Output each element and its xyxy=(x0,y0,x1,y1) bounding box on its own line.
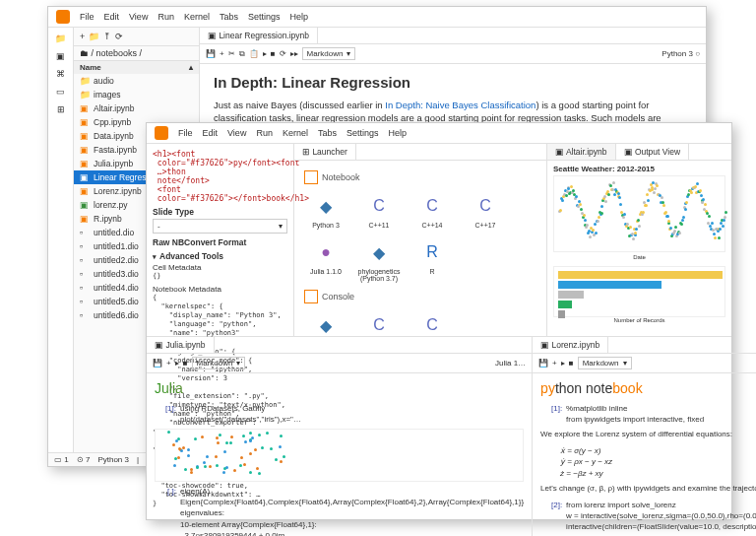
save-icon[interactable]: 💾 xyxy=(153,359,162,368)
file-item[interactable]: Altair.ipynb xyxy=(74,101,199,115)
menu-run[interactable]: Run xyxy=(158,12,174,22)
tab-altair[interactable]: ▣ Altair.ipynb xyxy=(547,144,616,160)
running-icon[interactable]: ▣ xyxy=(56,51,65,61)
cell-metadata[interactable]: {} xyxy=(153,272,287,281)
tab-julia[interactable]: ▣ Julia.ipynb xyxy=(147,337,215,353)
col-name[interactable]: Name xyxy=(80,63,101,72)
refresh-icon[interactable]: ⟳ xyxy=(115,32,123,41)
status-kernels: ⊙ 7 xyxy=(77,455,91,464)
file-name: untitled4.dio xyxy=(94,283,139,293)
celltype-select[interactable]: Markdown ▾ xyxy=(302,47,356,60)
kernel-indicator[interactable]: Python 3 ○ xyxy=(662,49,700,58)
restart-icon[interactable]: ⟳ xyxy=(280,49,286,58)
kernel-indicator[interactable]: Julia 1… xyxy=(495,359,526,368)
menu-view[interactable]: View xyxy=(227,128,246,138)
julia-eigen[interactable]: eigen(A) Eigen{Complex{Float64},Complex{… xyxy=(180,486,524,536)
link-naive-bayes[interactable]: In Depth: Naive Bayes Classification xyxy=(385,100,536,110)
menu-kernel[interactable]: Kernel xyxy=(283,128,308,138)
folder-icon[interactable]: 📁 xyxy=(55,34,66,43)
launcher-tile[interactable]: CC++14 xyxy=(410,311,454,336)
menu-run[interactable]: Run xyxy=(256,128,273,138)
copy-icon[interactable]: ⧉ xyxy=(239,49,245,59)
celltype-select[interactable]: Markdown ▾ xyxy=(192,357,246,369)
slide-type-select[interactable]: -▾ xyxy=(153,219,287,234)
notebook-metadata-label: Notebook Metadata xyxy=(153,285,287,294)
run-icon[interactable]: ▸ xyxy=(263,49,267,58)
advanced-tools[interactable]: Advanced Tools xyxy=(153,251,287,261)
menu-help[interactable]: Help xyxy=(388,128,407,138)
upload-icon[interactable]: ⤒ xyxy=(103,32,111,41)
file-name: untitled3.dio xyxy=(94,269,139,279)
tab-launcher[interactable]: ⊞ Launcher xyxy=(294,144,356,160)
launcher-tile[interactable]: CC++11 xyxy=(357,192,401,229)
menu-settings[interactable]: Settings xyxy=(346,128,379,138)
tab-lorenz[interactable]: ▣ Lorenz.ipynb xyxy=(533,337,608,353)
stop-icon[interactable]: ■ xyxy=(569,359,574,368)
add-cell-icon[interactable]: + xyxy=(552,359,557,368)
menu-tabs[interactable]: Tabs xyxy=(318,128,337,138)
julia-code[interactable]: using RDatasets, Gadfly plot(dataset("da… xyxy=(180,403,524,425)
nb-icon xyxy=(80,117,90,127)
fold-icon xyxy=(80,76,90,86)
new-launcher-icon[interactable]: + xyxy=(80,32,85,41)
launcher-tile[interactable]: ●Julia 1.1.0 xyxy=(304,238,347,282)
file-name: untitled.dio xyxy=(94,228,134,237)
menu-help[interactable]: Help xyxy=(289,12,308,22)
chevron-up-icon[interactable]: ▴ xyxy=(189,63,193,72)
menubar: File Edit View Run Kernel Tabs Settings … xyxy=(48,7,706,28)
stop-icon[interactable]: ■ xyxy=(183,359,188,368)
menu-edit[interactable]: Edit xyxy=(104,12,120,22)
notebook-icon xyxy=(304,170,318,184)
stop-icon[interactable]: ■ xyxy=(271,49,276,58)
file-icon xyxy=(80,241,90,251)
run-all-icon[interactable]: ▸▸ xyxy=(290,49,298,58)
celltype-select[interactable]: Markdown ▾ xyxy=(578,357,632,369)
menu-view[interactable]: View xyxy=(129,12,148,22)
run-icon[interactable]: ▸ xyxy=(175,359,179,368)
launcher-tile[interactable]: ◆Python 3 xyxy=(304,192,347,229)
axis-x: Date xyxy=(553,254,725,260)
file-item[interactable]: images xyxy=(74,88,199,101)
menu-edit[interactable]: Edit xyxy=(203,128,219,138)
nb-icon xyxy=(80,131,90,141)
save-icon[interactable]: 💾 xyxy=(206,49,216,58)
add-cell-icon[interactable]: + xyxy=(220,49,224,58)
menu-kernel[interactable]: Kernel xyxy=(184,12,210,22)
breadcrumb[interactable]: 🖿 / notebooks / xyxy=(74,46,199,61)
file-name: untitled5.dio xyxy=(94,297,139,306)
menu-settings[interactable]: Settings xyxy=(248,12,281,22)
kernel-logo-icon: C xyxy=(418,192,446,220)
launcher-tile[interactable]: CC++14 xyxy=(410,192,454,229)
chevron-down-icon: ▾ xyxy=(346,49,350,58)
extension-icon[interactable]: ⊞ xyxy=(57,104,65,114)
julia-scatter xyxy=(155,429,524,482)
save-icon[interactable]: 💾 xyxy=(538,359,548,368)
file-icon xyxy=(80,283,90,293)
new-folder-icon[interactable]: 📁 xyxy=(89,32,99,41)
tabs-icon[interactable]: ▭ xyxy=(56,87,65,97)
tab-output-view[interactable]: ▣ Output View xyxy=(616,144,690,160)
lorenz-p2: Let's change (σ, β, ρ) with ipywidgets a… xyxy=(540,483,756,494)
cut-icon[interactable]: ✂ xyxy=(228,49,235,58)
tab-linear-regression[interactable]: ▣ Linear Regression.ipynb xyxy=(200,28,318,43)
launcher-tile[interactable]: ◆Python 3 xyxy=(304,311,347,336)
launcher-tile[interactable]: CC++17 xyxy=(464,192,507,229)
menu-file[interactable]: File xyxy=(178,128,193,138)
file-name: Altair.ipynb xyxy=(94,103,135,113)
cell-metadata-label: Cell Metadata xyxy=(153,263,287,272)
launcher-tile[interactable]: RR xyxy=(410,238,454,282)
file-name: untitled1.dio xyxy=(94,241,139,251)
lorenz-imports[interactable]: %matplotlib inline from ipywidgets impor… xyxy=(566,403,756,425)
commands-icon[interactable]: ⌘ xyxy=(56,69,65,79)
file-item[interactable]: audio xyxy=(74,74,199,88)
bar-sun xyxy=(558,271,723,279)
launcher-tile[interactable]: ◆phylogenetics (Python 3.7) xyxy=(357,238,401,282)
menu-file[interactable]: File xyxy=(80,12,94,22)
paste-icon[interactable]: 📋 xyxy=(249,49,259,58)
launcher-tile[interactable]: CC++11 xyxy=(357,311,401,336)
menu-tabs[interactable]: Tabs xyxy=(220,12,238,22)
run-icon[interactable]: ▸ xyxy=(561,359,565,368)
add-cell-icon[interactable]: + xyxy=(166,359,171,368)
lorenz-solve[interactable]: from lorenz import solve_lorenz w = inte… xyxy=(566,500,756,533)
tile-label: Python 3 xyxy=(312,222,340,229)
